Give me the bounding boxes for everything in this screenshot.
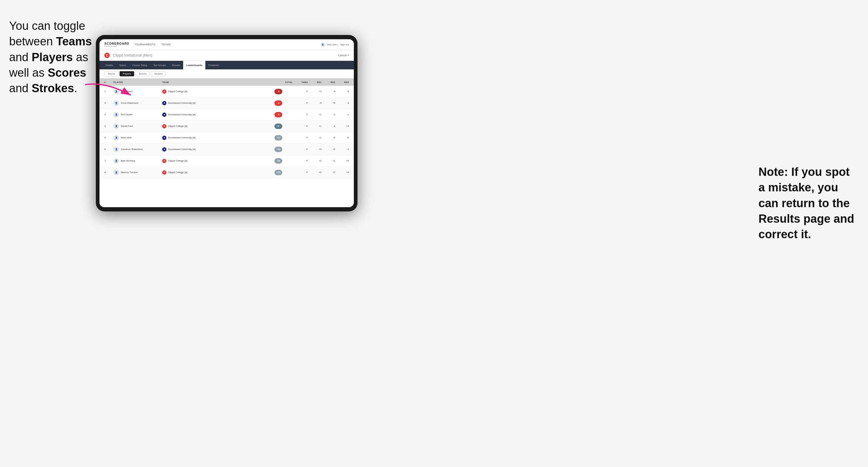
table-body: 1 👤 Elliot Ebert C Clippd College [A] -8… (99, 86, 354, 207)
total-badge: +8 (274, 158, 282, 164)
team-logo: C (162, 89, 166, 94)
tab-tee-groups[interactable]: Tee Groups (150, 61, 169, 69)
total-cell: E (274, 124, 293, 129)
sub-tab-teams[interactable]: Teams (104, 71, 118, 76)
rank-cell: 7 (104, 159, 114, 162)
nav-teams[interactable]: TEAMS (161, 43, 171, 46)
nav-tournaments[interactable]: TOURNAMENTS (134, 43, 155, 46)
th-rd1: RD1 (308, 81, 321, 83)
rd1-cell: -5 (308, 102, 321, 104)
cancel-button[interactable]: Cancel × (338, 54, 349, 57)
total-badge: +11 (274, 170, 282, 175)
total-badge: -2 (274, 112, 282, 118)
rd2-cell: -6 (321, 90, 335, 93)
tournament-logo: C (104, 53, 110, 58)
total-badge: +1 (274, 135, 282, 141)
rank-cell: 5 (104, 136, 114, 139)
player-cell: 👤 Cameron Robertson (114, 147, 162, 152)
team-logo: C (162, 159, 166, 163)
sub-tab-scores[interactable]: Scores (135, 71, 150, 76)
team-name: Scoreboard University [A] (168, 148, 196, 151)
rd1-cell: +1 (308, 125, 321, 127)
team-logo: ■ (162, 147, 166, 152)
total-cell: +6 (274, 147, 293, 152)
tab-details[interactable]: Details (102, 61, 116, 69)
logo-title: SCOREBOARD (104, 42, 129, 45)
rd2-cell: E (321, 136, 335, 139)
player-name: Blair McHarg (121, 159, 135, 162)
total-badge: -8 (274, 89, 282, 94)
strokes-bold: Strokes (32, 82, 74, 95)
total-cell: -2 (274, 112, 293, 118)
player-name: Rich Butler (121, 113, 133, 116)
team-name: Clippd College [A] (168, 90, 187, 93)
logo-subtitle: Powered by clippd (104, 45, 129, 47)
tab-course-setup[interactable]: Course Setup (129, 61, 150, 69)
sub-tab-players[interactable]: Players (120, 71, 134, 76)
thru-cell: F (293, 113, 308, 116)
players-bold: Players (32, 51, 73, 64)
total-cell: -4 (274, 100, 293, 106)
team-name: Clippd College [A] (168, 125, 187, 127)
table-row[interactable]: 3 👤 Rich Butler ■ Scoreboard University … (99, 109, 354, 121)
tab-nav: Details Teams Course Setup Tee Groups Re… (99, 61, 354, 69)
player-avatar: 👤 (114, 170, 119, 175)
rd1-cell: +1 (308, 136, 321, 139)
team-name: Scoreboard University [A] (168, 113, 196, 116)
total-badge: +6 (274, 147, 282, 152)
rd1-cell: +2 (308, 171, 321, 174)
rd3-cell: +6 (335, 159, 349, 162)
rd1-cell: +5 (308, 148, 321, 151)
player-cell: 👤 Rees Britt (114, 135, 162, 141)
player-cell: 👤 David Ford (114, 124, 162, 129)
total-cell: +8 (274, 158, 293, 164)
tab-printables[interactable]: Printables (205, 61, 222, 69)
total-badge: E (274, 124, 282, 129)
player-cell: 👤 Marcus Turners (114, 170, 162, 175)
team-name: Clippd College [A] (168, 171, 187, 174)
thru-cell: F (293, 125, 308, 127)
team-cell: ■ Scoreboard University [A] (162, 136, 229, 140)
rank-cell: 4 (104, 125, 114, 127)
player-avatar: 👤 (114, 124, 119, 129)
player-name: Marcus Turners (121, 171, 138, 174)
team-logo: ■ (162, 136, 166, 140)
th-rd3: RD3 (335, 81, 349, 83)
total-cell: -8 (274, 89, 293, 94)
rd3-cell: -1 (335, 148, 349, 151)
rd2-cell: +1 (321, 159, 335, 162)
player-name: Cameron Robertson (121, 148, 143, 151)
sub-tab-strokes[interactable]: Strokes (151, 71, 166, 76)
rd3-cell: -4 (335, 102, 349, 104)
table-row[interactable]: 5 👤 Rees Britt ■ Scoreboard University [… (99, 132, 354, 144)
table-row[interactable]: 8 👤 Marcus Turners C Clippd College [A] … (99, 167, 354, 178)
arrow-indicator (82, 79, 143, 103)
team-cell: ■ Scoreboard University [A] (162, 101, 229, 105)
team-name: Scoreboard University [A] (168, 102, 196, 104)
tab-leaderboards[interactable]: Leaderboards (183, 61, 205, 69)
tab-results[interactable]: Results (169, 61, 183, 69)
team-cell: C Clippd College [A] (162, 159, 229, 163)
rd3-cell: -1 (335, 113, 349, 116)
team-logo: C (162, 124, 166, 128)
rd2-cell: -4 (321, 125, 335, 127)
tab-teams[interactable]: Teams (116, 61, 129, 69)
rd3-cell: +2 (335, 171, 349, 174)
sign-out-link[interactable]: Sign out (340, 43, 349, 46)
thru-cell: F (293, 148, 308, 151)
rd3-cell: E (335, 136, 349, 139)
team-cell: ■ Scoreboard University [A] (162, 113, 229, 117)
thru-cell: F (293, 171, 308, 174)
player-avatar: 👤 (114, 135, 119, 141)
thru-cell: F (293, 102, 308, 104)
rank-cell: 3 (104, 113, 114, 116)
table-row[interactable]: 4 👤 David Ford C Clippd College [A] E F … (99, 121, 354, 132)
th-total: TOTAL (274, 81, 293, 83)
scores-bold: Scores (48, 66, 86, 79)
thru-cell: F (293, 136, 308, 139)
th-rd2: RD2 (321, 81, 335, 83)
table-row[interactable]: 7 👤 Blair McHarg C Clippd College [A] +8… (99, 155, 354, 167)
table-row[interactable]: 6 👤 Cameron Robertson ■ Scoreboard Unive… (99, 144, 354, 155)
player-avatar: 👤 (114, 112, 119, 118)
rd2-cell: -2 (321, 113, 335, 116)
